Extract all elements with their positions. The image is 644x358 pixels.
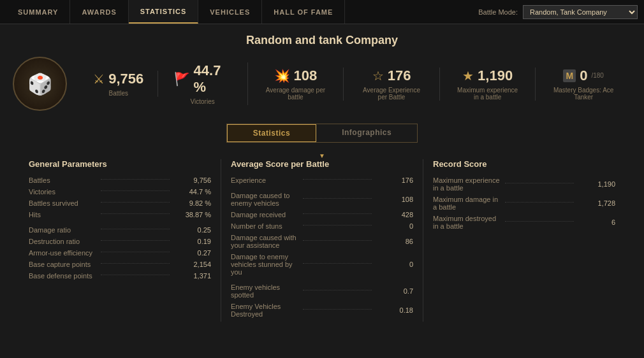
- stat-avg-xp: ☆ 176 Average Experience per Battle: [344, 68, 440, 101]
- avg-damage-label: Average damage per battle: [264, 87, 328, 101]
- table-row: Armor-use efficiency 0.27: [29, 249, 211, 257]
- tab-statistics[interactable]: STATISTICS: [129, 0, 199, 24]
- stat-max-xp: ★ 1,190 Maximum experience in a battle: [440, 68, 536, 101]
- table-row: Destruction ratio 0.19: [29, 238, 211, 245]
- avg-xp-label: Average Experience per Battle: [360, 87, 423, 101]
- tab-awards[interactable]: AWARDS: [70, 0, 128, 24]
- table-row: Damage ratio 0.25: [29, 226, 211, 234]
- max-xp-label: Maximum experience in a battle: [456, 87, 520, 101]
- damage-icon: 💥: [274, 68, 290, 83]
- avg-xp-value: 176: [388, 68, 411, 84]
- col-average: Average Score per Battle Experience 176 …: [221, 159, 423, 322]
- table-row: Maximum experience in a battle 1,190: [433, 176, 615, 192]
- record-title: Record Score: [433, 159, 615, 169]
- table-row: Base capture points 2,154: [29, 261, 211, 268]
- table-row: Enemy Vehicles Destroyed 0.18: [231, 303, 413, 318]
- victories-value: 44.7 %: [194, 62, 231, 96]
- battles-value: 9,756: [108, 71, 143, 87]
- table-row: Damage caused to enemy vehicles 108: [231, 192, 413, 207]
- table-row: Maximum destroyed in a battle 6: [433, 215, 615, 230]
- stat-battles: ⚔ 9,756 Battles: [80, 71, 158, 97]
- table-row: Number of stuns 0: [231, 222, 413, 230]
- stat-victories: 🚩 44.7 % Victories: [158, 62, 248, 105]
- general-title: General Parameters: [29, 159, 211, 169]
- page-title: Random and tank Company: [13, 31, 631, 47]
- general-rows-group2: Damage ratio 0.25 Destruction ratio 0.19…: [29, 226, 211, 280]
- table-row: Battles 9,756: [29, 176, 211, 184]
- battle-mode-select[interactable]: Random, Tank Company: [523, 5, 638, 19]
- three-columns: General Parameters Battles 9,756 Victori…: [13, 159, 631, 322]
- max-xp-icon: ★: [462, 68, 474, 83]
- table-row: Damage received 428: [231, 211, 413, 218]
- top-nav: SUMMARY AWARDS STATISTICS VEHICLES HALL …: [0, 0, 644, 24]
- tab-summary[interactable]: SUMMARY: [6, 0, 70, 24]
- tab-vehicles[interactable]: VEHICLES: [198, 0, 262, 24]
- table-row: Damage to enemy vehicles stunned by you …: [231, 253, 413, 276]
- mastery-label: Mastery Badges: Ace Tanker: [552, 87, 615, 101]
- xp-icon: ☆: [372, 68, 384, 83]
- tab-section: Statistics Infographics: [13, 124, 631, 143]
- col-record: Record Score Maximum experience in a bat…: [423, 159, 625, 322]
- average-rows-group3: Enemy vehicles spotted 0.7 Enemy Vehicle…: [231, 283, 413, 318]
- general-rows-group1: Battles 9,756 Victories 44.7 % Battles s…: [29, 176, 211, 218]
- battles-label: Battles: [109, 90, 129, 97]
- table-row: Enemy vehicles spotted 0.7: [231, 283, 413, 299]
- mastery-value: 0: [580, 68, 587, 84]
- battles-icon: ⚔: [93, 71, 105, 87]
- avatar: 🎲: [13, 57, 67, 111]
- stats-row: 🎲 ⚔ 9,756 Battles 🚩 44.7 % Victories 💥 1…: [13, 57, 631, 111]
- table-row: Victories 44.7 %: [29, 188, 211, 196]
- main-content: Random and tank Company 🎲 ⚔ 9,756 Battle…: [0, 24, 644, 328]
- stat-mastery: M 0 /180 Mastery Badges: Ace Tanker: [536, 68, 631, 101]
- table-row: Maximum damage in a battle 1,728: [433, 196, 615, 211]
- average-title: Average Score per Battle: [231, 159, 413, 169]
- victories-label: Victories: [191, 98, 215, 105]
- tab-container: Statistics Infographics: [226, 124, 418, 143]
- avg-damage-value: 108: [294, 68, 318, 84]
- tab-hall-of-fame[interactable]: HALL OF FAME: [262, 0, 345, 24]
- battle-mode-section: Battle Mode: Random, Tank Company: [478, 5, 638, 19]
- table-row: Base defense points 1,371: [29, 272, 211, 280]
- col-general: General Parameters Battles 9,756 Victori…: [19, 159, 221, 322]
- max-xp-value: 1,190: [478, 68, 513, 84]
- average-rows-group2: Damage caused to enemy vehicles 108 Dama…: [231, 192, 413, 276]
- mastery-sub: /180: [591, 72, 603, 79]
- dice-icon: 🎲: [27, 72, 53, 96]
- table-row: Damage caused with your assistance 86: [231, 234, 413, 249]
- tab-statistics-btn[interactable]: Statistics: [227, 124, 316, 142]
- battle-mode-label: Battle Mode:: [478, 8, 518, 16]
- chevron-down-icon: ▼: [13, 152, 631, 159]
- table-row: Battles survived 9.82 %: [29, 199, 211, 207]
- stat-avg-damage: 💥 108 Average damage per battle: [248, 68, 344, 101]
- mastery-icon: M: [563, 69, 576, 82]
- victories-icon: 🚩: [174, 71, 190, 87]
- table-row: Experience 176: [231, 176, 413, 184]
- table-row: Hits 38.87 %: [29, 211, 211, 218]
- tab-infographics-btn[interactable]: Infographics: [316, 124, 417, 142]
